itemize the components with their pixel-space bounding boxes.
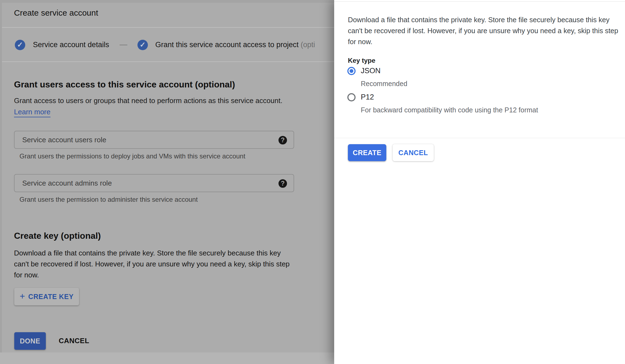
panel-cancel-button[interactable]: CANCEL	[393, 144, 434, 161]
create-key-button-label: CREATE KEY	[28, 293, 74, 301]
radio-dot	[350, 69, 353, 73]
p12-option-label: P12	[361, 93, 374, 101]
json-option-label: JSON	[361, 67, 381, 75]
help-icon[interactable]: ?	[278, 179, 287, 188]
page-left-strip	[0, 0, 2, 352]
service-account-users-role-input[interactable]	[22, 131, 269, 148]
step1-label[interactable]: Service account details	[33, 41, 109, 49]
create-key-description: Download a file that contains the privat…	[14, 248, 290, 280]
admins-role-helper-text: Grant users the permission to administer…	[19, 196, 198, 203]
p12-option-sublabel: For backward compatibility with code usi…	[361, 106, 538, 114]
learn-more-link[interactable]: Learn more	[14, 108, 50, 117]
grant-users-heading: Grant users access to this service accou…	[14, 79, 235, 90]
panel-description: Download a file that contains the privat…	[348, 14, 622, 47]
key-type-option-p12[interactable]: P12	[347, 93, 374, 101]
help-icon[interactable]: ?	[278, 136, 287, 144]
checkmark-icon: ✓	[140, 41, 146, 48]
radio-selected-icon[interactable]	[347, 67, 356, 75]
key-type-label: Key type	[348, 57, 375, 64]
create-key-button[interactable]: + CREATE KEY	[14, 288, 79, 305]
checkmark-icon: ✓	[17, 41, 23, 48]
step2-label-text: Grant this service account access to pro…	[155, 41, 301, 49]
key-type-option-json[interactable]: JSON	[347, 67, 381, 75]
dialog-cancel-button[interactable]: CANCEL	[59, 337, 89, 345]
create-key-panel: Download a file that contains the privat…	[334, 0, 625, 364]
step2-label[interactable]: Grant this service account access to pro…	[155, 41, 315, 49]
panel-actions-divider	[334, 138, 625, 138]
create-button[interactable]: CREATE	[348, 144, 386, 161]
json-option-sublabel: Recommended	[361, 80, 407, 88]
grant-users-description: Grant access to users or groups that nee…	[14, 96, 330, 105]
page-title: Create service account	[14, 8, 98, 18]
service-account-admins-role-field[interactable]: ?	[14, 174, 294, 192]
panel-top-divider	[334, 1, 625, 2]
plus-icon: +	[20, 292, 25, 301]
step2-complete-icon: ✓	[137, 40, 148, 50]
create-service-account-screen: Create service account ✓ Service account…	[0, 0, 625, 364]
stepper-connector: —	[120, 40, 127, 49]
service-account-admins-role-input[interactable]	[22, 175, 269, 192]
service-account-users-role-field[interactable]: ?	[14, 131, 294, 149]
step1-complete-icon: ✓	[15, 40, 25, 50]
create-key-heading: Create key (optional)	[14, 231, 101, 241]
radio-unselected-icon[interactable]	[347, 93, 356, 101]
step2-label-optional: (opti	[301, 41, 315, 49]
done-button[interactable]: DONE	[14, 332, 46, 350]
users-role-helper-text: Grant users the permissions to deploy jo…	[19, 152, 245, 160]
